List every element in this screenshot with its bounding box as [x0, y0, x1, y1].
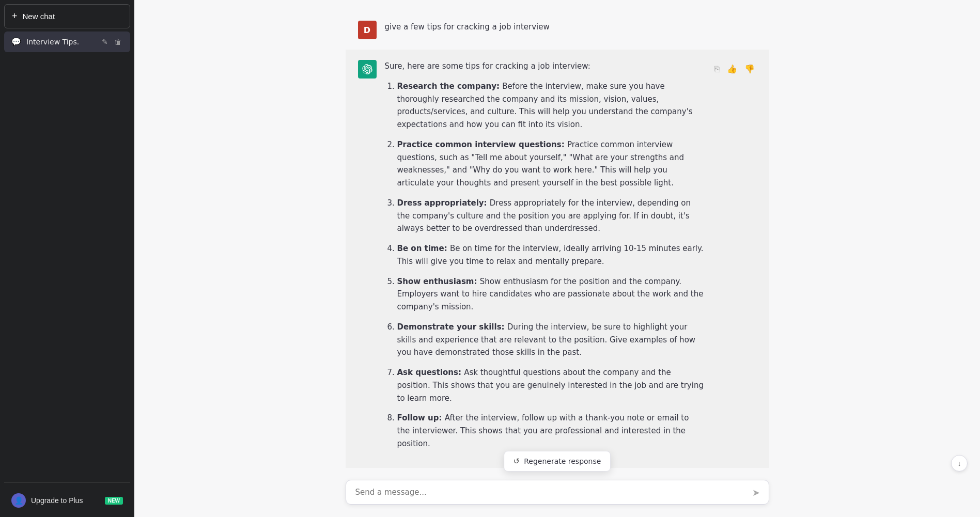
- input-area: ➤: [134, 474, 980, 517]
- tip-item: Research the company: Before the intervi…: [397, 80, 704, 131]
- plus-icon: +: [12, 11, 18, 22]
- tip-item: Follow up: After the interview, follow u…: [397, 412, 704, 450]
- sidebar-bottom: 👤 Upgrade to Plus NEW: [4, 482, 130, 513]
- scroll-down-icon: ↓: [958, 459, 961, 467]
- sidebar: + New chat 💬 Interview Tips. ✎ 🗑 👤 Upgra…: [0, 0, 134, 517]
- regenerate-popup[interactable]: ↺ Regenerate response: [504, 451, 611, 472]
- user-avatar: D: [358, 21, 377, 39]
- message-actions: ⎘ 👍 👎: [712, 60, 757, 76]
- thumbsup-icon: 👍: [727, 65, 737, 73]
- copy-icon: ⎘: [714, 65, 720, 73]
- upgrade-button[interactable]: 👤 Upgrade to Plus NEW: [4, 488, 130, 513]
- send-icon: ➤: [752, 488, 760, 498]
- ai-message-block: Sure, here are some tips for cracking a …: [346, 50, 769, 468]
- new-chat-label: New chat: [23, 12, 55, 21]
- input-wrapper: ➤: [346, 480, 769, 507]
- chat-item-actions: ✎ 🗑: [100, 37, 123, 47]
- delete-chat-button[interactable]: 🗑: [113, 37, 123, 47]
- chat-icon: 💬: [11, 37, 21, 46]
- upgrade-label: Upgrade to Plus: [31, 496, 83, 505]
- tip-item: Show enthusiasm: Show enthusiasm for the…: [397, 275, 704, 314]
- tip-item: Practice common interview questions: Pra…: [397, 138, 704, 190]
- user-message-block: D give a few tips for cracking a job int…: [346, 10, 769, 50]
- ai-avatar: [358, 60, 377, 79]
- scroll-down-button[interactable]: ↓: [951, 455, 968, 472]
- thumbsup-button[interactable]: 👍: [725, 62, 739, 76]
- user-message-text: give a few tips for cracking a job inter…: [385, 21, 757, 34]
- tips-list: Research the company: Before the intervi…: [385, 80, 704, 450]
- regenerate-label: Regenerate response: [524, 457, 601, 465]
- ai-intro: Sure, here are some tips for cracking a …: [385, 60, 704, 73]
- chat-item-label: Interview Tips.: [26, 38, 97, 46]
- edit-chat-button[interactable]: ✎: [100, 37, 110, 47]
- main-content: D give a few tips for cracking a job int…: [134, 0, 980, 517]
- thumbsdown-button[interactable]: 👎: [742, 62, 757, 76]
- user-avatar-icon: 👤: [11, 493, 26, 508]
- tip-item: Demonstrate your skills: During the inte…: [397, 321, 704, 359]
- tip-item: Dress appropriately: Dress appropriately…: [397, 197, 704, 235]
- thumbsdown-icon: 👎: [744, 65, 755, 73]
- tip-item: Ask questions: Ask thoughtful questions …: [397, 366, 704, 404]
- chat-area: D give a few tips for cracking a job int…: [134, 0, 980, 517]
- chat-list: 💬 Interview Tips. ✎ 🗑: [4, 32, 130, 477]
- regenerate-icon: ↺: [514, 457, 520, 466]
- new-badge: NEW: [105, 497, 123, 505]
- message-input[interactable]: [346, 480, 769, 505]
- new-chat-button[interactable]: + New chat: [4, 4, 130, 28]
- chat-item[interactable]: 💬 Interview Tips. ✎ 🗑: [4, 32, 130, 52]
- copy-button[interactable]: ⎘: [712, 62, 722, 76]
- ai-message-text: Sure, here are some tips for cracking a …: [385, 60, 704, 458]
- tip-item: Be on time: Be on time for the interview…: [397, 242, 704, 268]
- send-button[interactable]: ➤: [749, 485, 763, 500]
